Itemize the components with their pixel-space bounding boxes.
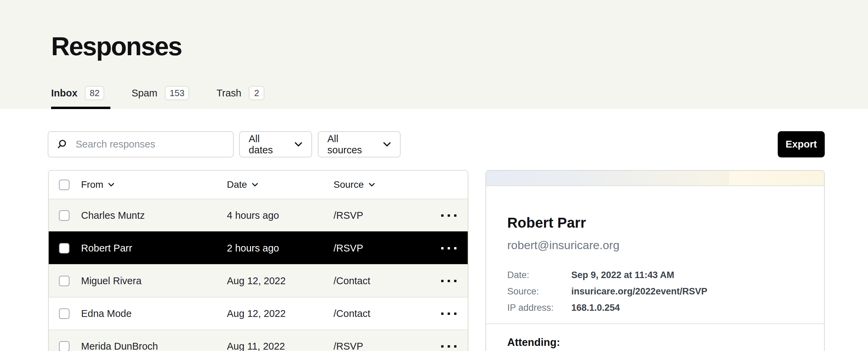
column-header-source[interactable]: Source bbox=[334, 179, 430, 190]
row-source: /Contact bbox=[334, 308, 430, 319]
source-filter-value: All sources bbox=[327, 133, 375, 156]
meta-label: Date: bbox=[507, 270, 571, 280]
detail-divider bbox=[486, 323, 824, 324]
row-date: Aug 11, 2022 bbox=[227, 341, 334, 351]
row-name: Charles Muntz bbox=[81, 210, 227, 221]
row-source: /RSVP bbox=[334, 341, 430, 351]
row-date: 4 hours ago bbox=[227, 210, 334, 221]
row-checkbox[interactable] bbox=[59, 210, 69, 221]
meta-label: Source: bbox=[507, 286, 571, 297]
meta-value: Sep 9, 2022 at 11:43 AM bbox=[571, 270, 674, 280]
detail-name: Robert Parr bbox=[507, 215, 803, 231]
row-actions-menu-icon[interactable] bbox=[439, 308, 459, 320]
row-actions-menu-icon[interactable] bbox=[439, 210, 459, 222]
row-source: /RSVP bbox=[334, 210, 430, 221]
date-filter-value: All dates bbox=[249, 133, 286, 156]
table-row[interactable]: Miguel Rivera Aug 12, 2022 /Contact bbox=[49, 264, 468, 297]
row-checkbox[interactable] bbox=[59, 243, 69, 254]
chevron-down-icon bbox=[383, 142, 391, 147]
tab-bar: Inbox 82 Spam 153 Trash 2 bbox=[51, 86, 270, 109]
tab-trash[interactable]: Trash 2 bbox=[216, 86, 270, 109]
row-name: Edna Mode bbox=[81, 308, 227, 319]
row-actions-menu-icon[interactable] bbox=[439, 242, 459, 254]
row-checkbox[interactable] bbox=[59, 308, 69, 319]
table-body: Charles Muntz 4 hours ago /RSVP Robert P… bbox=[49, 199, 468, 351]
response-detail-panel: Robert Parr robert@insuricare.org Date: … bbox=[485, 170, 825, 351]
column-header-date[interactable]: Date bbox=[227, 179, 334, 190]
chevron-down-icon bbox=[294, 142, 303, 147]
table-header-row: From Date Source bbox=[49, 171, 468, 199]
row-source: /Contact bbox=[334, 275, 430, 287]
detail-meta: Date: Sep 9, 2022 at 11:43 AM Source: in… bbox=[507, 267, 803, 316]
toolbar: All dates All sources Export bbox=[0, 131, 868, 157]
tab-inbox-label: Inbox bbox=[51, 88, 77, 99]
tab-spam-label: Spam bbox=[131, 88, 157, 99]
row-name: Robert Parr bbox=[81, 243, 227, 254]
chevron-down-icon bbox=[108, 183, 114, 187]
export-button[interactable]: Export bbox=[778, 131, 825, 157]
date-filter-dropdown[interactable]: All dates bbox=[239, 131, 312, 157]
meta-label: IP address: bbox=[507, 303, 571, 313]
row-date: Aug 12, 2022 bbox=[227, 308, 334, 319]
table-row[interactable]: Edna Mode Aug 12, 2022 /Contact bbox=[49, 297, 468, 330]
row-actions-menu-icon[interactable] bbox=[439, 340, 459, 351]
row-date: 2 hours ago bbox=[227, 243, 334, 254]
meta-row-date: Date: Sep 9, 2022 at 11:43 AM bbox=[507, 267, 803, 283]
search-icon bbox=[57, 139, 67, 150]
page-header: Responses Inbox 82 Spam 153 Trash 2 bbox=[0, 0, 868, 109]
detail-email: robert@insuricare.org bbox=[507, 239, 803, 252]
table-row-selected[interactable]: Robert Parr 2 hours ago /RSVP bbox=[49, 231, 468, 264]
detail-section-heading: Attending: bbox=[507, 336, 803, 349]
tab-spam[interactable]: Spam 153 bbox=[131, 86, 195, 109]
tab-trash-count-badge: 2 bbox=[249, 86, 264, 100]
table-row[interactable]: Charles Muntz 4 hours ago /RSVP bbox=[49, 199, 468, 231]
search-box[interactable] bbox=[48, 131, 234, 157]
row-checkbox[interactable] bbox=[59, 276, 69, 286]
meta-value: insuricare.org/2022event/RSVP bbox=[571, 286, 707, 297]
tab-trash-label: Trash bbox=[216, 88, 241, 99]
source-filter-dropdown[interactable]: All sources bbox=[318, 131, 401, 157]
row-source: /RSVP bbox=[334, 243, 430, 254]
row-name: Merida DunBroch bbox=[81, 341, 227, 351]
column-header-from[interactable]: From bbox=[81, 179, 227, 190]
select-all-checkbox[interactable] bbox=[59, 180, 69, 190]
meta-value: 168.1.0.254 bbox=[571, 303, 620, 313]
detail-gradient-banner bbox=[486, 171, 824, 186]
search-input[interactable] bbox=[76, 139, 225, 150]
page-title: Responses bbox=[51, 31, 182, 61]
meta-row-source: Source: insuricare.org/2022event/RSVP bbox=[507, 283, 803, 300]
meta-row-ip: IP address: 168.1.0.254 bbox=[507, 300, 803, 316]
row-name: Miguel Rivera bbox=[81, 275, 227, 287]
responses-table: From Date Source Charles Muntz 4 hours a… bbox=[48, 170, 468, 351]
chevron-down-icon bbox=[369, 183, 375, 187]
row-actions-menu-icon[interactable] bbox=[439, 275, 459, 287]
tab-inbox-count-badge: 82 bbox=[85, 86, 104, 100]
row-checkbox[interactable] bbox=[59, 341, 69, 351]
tab-inbox[interactable]: Inbox 82 bbox=[51, 86, 110, 109]
tab-spam-count-badge: 153 bbox=[165, 86, 189, 100]
detail-body: Robert Parr robert@insuricare.org Date: … bbox=[486, 215, 824, 316]
row-date: Aug 12, 2022 bbox=[227, 275, 334, 287]
table-row[interactable]: Merida DunBroch Aug 11, 2022 /RSVP bbox=[49, 330, 468, 351]
chevron-down-icon bbox=[252, 183, 258, 187]
